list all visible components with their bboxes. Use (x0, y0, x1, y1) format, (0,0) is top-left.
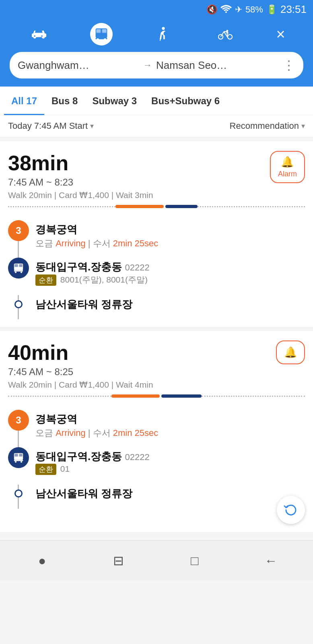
refresh-button[interactable] (277, 496, 305, 524)
bus-tag-1: 순환 (35, 275, 56, 286)
svg-rect-12 (14, 264, 18, 267)
subway-bar-1 (165, 205, 198, 208)
alarm-label-1: Alarm (278, 170, 297, 178)
svg-rect-14 (14, 270, 23, 272)
time-filter[interactable]: Today 7:45 AM Start ▾ (8, 121, 230, 131)
svg-point-10 (227, 30, 229, 32)
origin-text: Gwanghwam… (18, 59, 139, 72)
step-2-bus-number: 02222 (125, 262, 149, 272)
nav-recent[interactable]: □ (183, 549, 207, 573)
route-2-progress (8, 394, 305, 398)
tab-all[interactable]: All 17 (4, 87, 44, 115)
route-1-duration-block: 38min 7:45 AM ~ 8:23 (8, 151, 73, 188)
step-1-sep: | 수서 (88, 238, 113, 248)
walk-bar-left-1 (8, 206, 115, 207)
route-card-2: 40min 7:45 AM ~ 8:25 🔔 Walk 20min | Card… (0, 331, 313, 532)
bottom-navigation: ● ⊟ □ ← (0, 540, 313, 581)
time-filter-label: Today 7:45 AM Start (8, 121, 88, 131)
route-2-details: Walk 20min | Card ₩1,400 | Wait 4min (8, 380, 305, 390)
step-2-buses: 순환 8001(주말), 8001(주말) (35, 274, 305, 286)
step-1-direction: 오금 (35, 238, 56, 248)
step-1-status: 오금 Arriving | 수서 2min 25sec (35, 237, 305, 250)
filter-bar: Today 7:45 AM Start ▾ Recommendation ▾ (0, 115, 313, 137)
svg-rect-18 (14, 454, 18, 457)
mute-icon: 🔇 (206, 4, 217, 15)
svg-rect-19 (19, 454, 22, 457)
svg-point-15 (15, 271, 16, 273)
step-2-3-wrapper: 남산서울타워 정류장 (8, 479, 305, 508)
svg-point-7 (162, 27, 165, 30)
walk-bar-right-1 (198, 206, 305, 207)
step-2-station: 동대입구역.장충동 02222 (35, 260, 305, 274)
routes-list: 38min 7:45 AM ~ 8:23 🔔 Alarm Walk 20min … (0, 137, 313, 540)
route-2-duration-block: 40min 7:45 AM ~ 8:25 (8, 341, 73, 378)
step-2-2-content: 동대입구역.장충동 02222 순환 01 (35, 447, 305, 475)
more-options-button[interactable]: ⋮ (282, 58, 295, 73)
time-display: 23:51 (280, 3, 307, 16)
destination-text: Namsan Seo… (156, 59, 278, 72)
nav-back[interactable]: ← (259, 549, 283, 573)
step-2-1-icon: 3 (8, 410, 29, 431)
airplane-icon: ✈ (235, 4, 242, 15)
svg-point-6 (103, 38, 106, 41)
svg-rect-2 (96, 29, 101, 33)
step-2-1-countdown: 2min 25sec (113, 428, 159, 438)
subway-bar-2 (161, 394, 202, 398)
svg-point-0 (225, 11, 227, 13)
step-2-1-status: 오금 Arriving | 수서 2min 25sec (35, 427, 305, 439)
tab-bus-subway[interactable]: Bus+Subway 6 (144, 87, 227, 115)
step-2-2-station: 동대입구역.장충동 02222 (35, 450, 305, 464)
bus-bar-1 (115, 205, 164, 208)
tab-bus[interactable]: Bus 8 (44, 87, 85, 115)
bus-mode-button[interactable] (90, 23, 113, 45)
bus-routes-2: 01 (60, 464, 70, 473)
nav-home[interactable]: ● (30, 549, 54, 573)
route-1-time-range: 7:45 AM ~ 8:23 (8, 177, 73, 188)
time-filter-chevron: ▾ (90, 122, 94, 130)
route-1-steps: 3 경복궁역 오금 Arriving | 수서 2min 25sec (8, 216, 305, 319)
svg-point-8 (218, 35, 223, 39)
wifi-icon (220, 4, 232, 15)
step-2-content: 동대입구역.장충동 02222 순환 8001(주말), 8001(주말) (35, 258, 305, 286)
car-mode-button[interactable] (28, 23, 50, 45)
step-3-destination: 남산서울타워 정류장 (35, 297, 132, 312)
step-1-arriving: Arriving (56, 238, 86, 248)
bike-mode-button[interactable] (214, 23, 237, 45)
walk-bar-left-2 (8, 396, 111, 397)
svg-point-21 (15, 461, 16, 463)
sort-filter-chevron: ▾ (301, 122, 305, 130)
step-2-2-bus-number: 02222 (125, 452, 149, 462)
step-1-content: 경복궁역 오금 Arriving | 수서 2min 25sec (35, 220, 305, 250)
step-1-icon-circle: 3 (8, 220, 29, 241)
step-2-1-content: 경복궁역 오금 Arriving | 수서 2min 25sec (35, 410, 305, 439)
close-icon: × (276, 26, 285, 43)
route-1-alarm-button[interactable]: 🔔 Alarm (270, 151, 305, 183)
step-2-1-direction: 오금 (35, 428, 56, 438)
route-search-bar[interactable]: Gwanghwam… → Namsan Seo… ⋮ (10, 52, 303, 78)
route-card-1: 38min 7:45 AM ~ 8:23 🔔 Alarm Walk 20min … (0, 141, 313, 327)
sort-filter[interactable]: Recommendation ▾ (230, 121, 305, 131)
step-2-1-sep: | 수서 (88, 428, 113, 438)
bus-tag-2: 순환 (35, 464, 56, 475)
step-2-2-buses: 순환 01 (35, 464, 305, 475)
svg-rect-20 (14, 460, 23, 461)
step-3-wrapper: 남산서울타워 정류장 (8, 290, 305, 319)
route-2-alarm-button[interactable]: 🔔 (276, 341, 305, 364)
svg-point-16 (21, 271, 22, 273)
battery-text: 58% (245, 4, 263, 15)
route-2-time-range: 7:45 AM ~ 8:25 (8, 366, 73, 378)
walk-mode-button[interactable] (152, 23, 175, 45)
nav-menu[interactable]: ⊟ (106, 549, 130, 573)
route-1-details: Walk 20min | Card ₩1,400 | Wait 3min (8, 190, 305, 200)
route-arrow-icon: → (143, 60, 152, 70)
status-bar: 🔇 ✈ 58% 🔋 23:51 (0, 0, 313, 19)
recent-icon: □ (191, 553, 198, 568)
home-icon: ● (38, 553, 46, 568)
close-button[interactable]: × (276, 26, 285, 43)
route-card-1-header: 38min 7:45 AM ~ 8:23 🔔 Alarm (8, 151, 305, 188)
step-2-1-arriving: Arriving (56, 428, 86, 438)
route-card-2-header: 40min 7:45 AM ~ 8:25 🔔 (8, 341, 305, 378)
svg-point-9 (228, 35, 232, 39)
route-2-duration: 40min (8, 341, 73, 365)
tab-subway[interactable]: Subway 3 (85, 87, 144, 115)
